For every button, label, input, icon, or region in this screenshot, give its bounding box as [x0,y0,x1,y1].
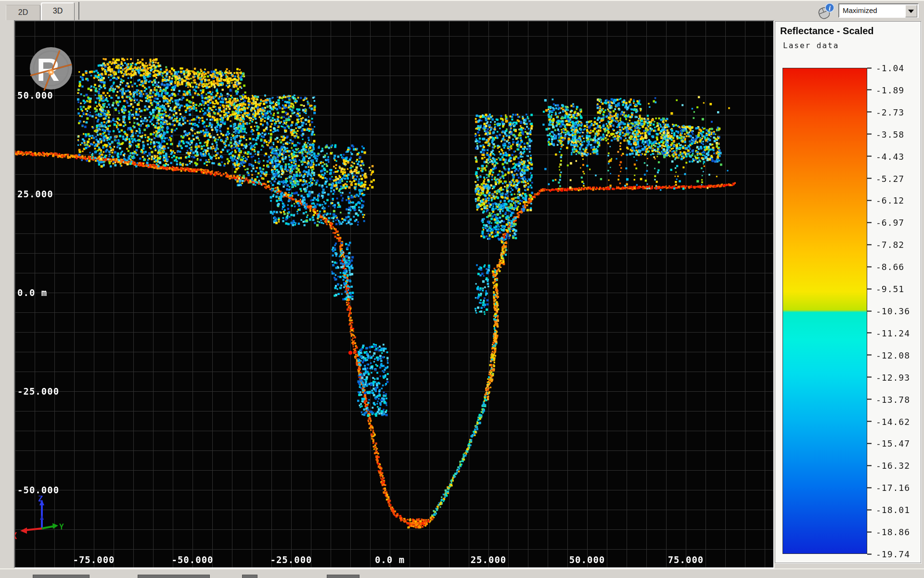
colorbar-tick: -19.74 [867,549,910,559]
tab-2d[interactable]: 2D [6,5,40,20]
tick-label: -12.93 [876,372,910,382]
mouse-info-icon: i [816,2,836,20]
view-mode-value: Maximized [843,6,877,14]
colorbar-tick: -13.78 [867,394,910,404]
colorbar-tick: -1.89 [867,85,904,95]
colorbar-tick: -14.62 [867,416,910,426]
svg-text:i: i [829,5,831,12]
tick-label: -1.89 [876,85,904,95]
tick-dash-icon [867,90,872,90]
tick-label: -6.12 [876,195,904,206]
tick-label: -6.97 [876,218,904,228]
tick-dash-icon [867,178,872,179]
colorbar-tick: -9.51 [867,284,904,294]
view-mode-dropdown[interactable]: Maximized [838,3,919,18]
colorbar-tick: -11.24 [867,328,910,338]
tick-label: -7.82 [876,240,904,250]
tick-label: -10.36 [876,306,910,316]
colorbar-tick: -12.08 [867,350,910,360]
tick-label: -12.08 [876,350,910,360]
colorbar-tick: -6.12 [867,195,904,206]
tick-dash-icon [867,465,872,466]
cutoff-panel-button[interactable] [327,575,359,578]
tick-dash-icon [867,67,872,68]
application-window: { "window": { "view_mode": "Maximized" }… [0,0,924,578]
tick-dash-icon [867,509,872,510]
tick-label: -8.66 [876,262,904,272]
tick-label: -13.78 [876,394,910,404]
tick-dash-icon [867,421,872,422]
tick-label: -19.74 [876,549,910,559]
tick-label: -2.73 [876,107,904,117]
tick-dash-icon [867,112,872,113]
tick-label: -1.04 [876,63,904,73]
colorbar-tick: -2.73 [867,107,904,117]
colorbar-tick: -10.36 [867,306,910,316]
colorbar-tick: -16.32 [867,461,910,471]
colorbar-tick: -6.97 [867,218,904,228]
reflectance-colorbar [783,68,867,554]
legend-panel: Reflectance - Scaled Laser data -1.04-1.… [775,21,921,563]
tick-label: -14.62 [876,416,910,426]
tick-dash-icon [867,156,872,157]
point-cloud-canvas[interactable] [15,21,773,567]
colorbar-tick: -5.27 [867,173,904,183]
bottom-panel-strip [0,568,924,578]
tick-dash-icon [867,553,872,554]
tick-label: -9.51 [876,284,904,294]
tab-strip-divider [78,2,80,20]
tick-dash-icon [867,399,872,400]
tick-dash-icon [867,377,872,378]
tick-dash-icon [867,531,872,532]
tick-label: -18.86 [876,527,910,537]
tick-dash-icon [867,310,872,311]
tick-label: -5.27 [876,173,904,183]
tick-label: -15.47 [876,438,910,449]
colorbar-tick: -3.58 [867,129,904,139]
tick-dash-icon [867,333,872,334]
tick-dash-icon [867,222,872,223]
tick-label: -4.43 [876,151,904,161]
tick-dash-icon [867,266,872,267]
viewport-frame: R Z X Y 50.000 [14,20,774,568]
colorbar-tick: -18.86 [867,527,910,537]
colorbar-tick: -17.16 [867,483,910,493]
colorbar-tick: -18.01 [867,505,910,515]
tick-label: -11.24 [876,328,910,338]
colorbar-tick: -1.04 [867,63,904,73]
tick-dash-icon [867,443,872,444]
colorbar-tick: -4.43 [867,151,904,161]
tab-3d[interactable]: 3D [41,2,75,20]
tick-dash-icon [867,288,872,289]
cutoff-panel-button[interactable] [242,575,257,578]
colorbar-tick: -7.82 [867,240,904,250]
legend-title: Reflectance - Scaled [780,26,874,37]
colorbar-tick: -8.66 [867,262,904,272]
cutoff-panel-button[interactable] [33,575,90,578]
tick-label: -16.32 [876,461,910,471]
cutoff-panel-button[interactable] [138,575,210,578]
tick-dash-icon [867,355,872,356]
tick-dash-icon [867,487,872,488]
tick-dash-icon [867,134,872,135]
tick-dash-icon [867,200,872,201]
legend-subtitle: Laser data [783,41,839,50]
tick-dash-icon [867,244,872,245]
dropdown-arrow-button[interactable] [905,5,917,17]
tick-label: -18.01 [876,505,910,515]
tick-label: -17.16 [876,483,910,493]
colorbar-tick: -12.93 [867,372,910,382]
tab-bar: 2D 3D i Maximized [0,0,924,20]
chevron-down-icon [908,10,914,13]
tick-label: -3.58 [876,129,904,139]
colorbar-tick: -15.47 [867,438,910,449]
